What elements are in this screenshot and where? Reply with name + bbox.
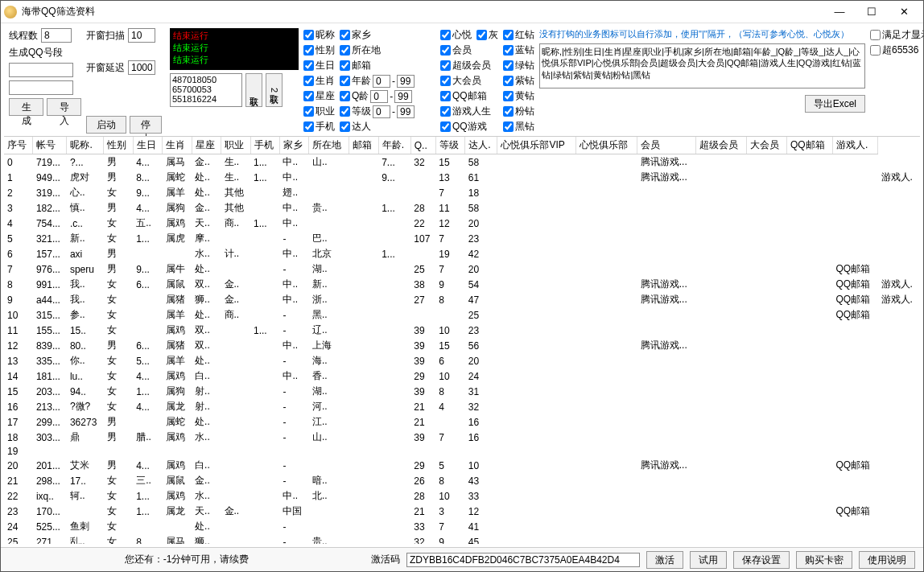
col-header[interactable]: 职业 — [221, 137, 250, 154]
col-header[interactable]: 大会员 — [747, 137, 787, 154]
activation-code-input[interactable] — [406, 553, 640, 567]
check-游戏人生[interactable]: 游戏人生 — [440, 105, 498, 118]
trial-button[interactable]: 试用 — [690, 551, 727, 569]
col-header[interactable]: 心悦俱乐部VIP — [497, 137, 576, 154]
check-性别[interactable]: 性别 — [303, 43, 335, 57]
check-红钻[interactable]: 红钻 — [503, 28, 534, 42]
generate-button[interactable]: 生成 — [9, 98, 43, 116]
check-心悦[interactable]: 心悦 — [440, 28, 472, 42]
save-settings-button[interactable]: 保存设置 — [733, 551, 790, 569]
check-大会员[interactable]: 大会员 — [440, 74, 498, 88]
biz-fields-box[interactable]: 昵称,|性别|生日|生肖|星座|职业|手机|家乡|所在地|邮箱|年龄_|Q龄_|… — [539, 43, 865, 88]
table-row[interactable]: 17299...36273男属蛇处..-江..2116 — [4, 414, 920, 430]
table-row[interactable]: 19 — [4, 445, 920, 458]
col-header[interactable]: 生日 — [133, 137, 162, 154]
table-row[interactable]: 9a44...我..女属猪狮..金..中..浙..27847腾讯游戏...QQ邮… — [4, 292, 920, 307]
col-header[interactable]: Q.. — [410, 137, 435, 154]
table-row[interactable]: 10315...参..女属羊处..商..-黑..25QQ邮箱 — [4, 307, 920, 323]
table-row[interactable]: 23170...女1...属龙天..金..中国21312QQ邮箱 — [4, 504, 920, 519]
table-row[interactable]: 5321...新..女1...属虎摩..-巴..107723 — [4, 231, 920, 246]
table-row[interactable]: 3182...慎..男4...属狗金..其他中..贵..1...281158 — [4, 200, 920, 216]
data-table-wrap[interactable]: 序号帐号昵称.性别生日生肖星座职业手机家乡所在地邮箱年龄.Q..等级达人.心悦俱… — [4, 136, 920, 544]
import-button[interactable]: 导入 — [47, 98, 81, 116]
minimize-button[interactable]: — — [823, 2, 856, 22]
col-header[interactable]: 超级会员 — [696, 137, 747, 154]
check-家乡[interactable]: 家乡 — [340, 28, 415, 42]
col-header[interactable]: 所在地 — [309, 137, 349, 154]
col-header[interactable]: 手机 — [250, 137, 279, 154]
threads-input[interactable] — [41, 28, 72, 43]
check-QQ邮箱[interactable]: QQ邮箱 — [440, 89, 498, 103]
fetch-button[interactable]: 获取 — [245, 73, 262, 107]
open-scan-input[interactable] — [128, 28, 155, 43]
table-row[interactable]: 1949...虎对男8...属蛇处..生..1...中..9...1361腾讯游… — [4, 170, 920, 185]
maximize-button[interactable]: ☐ — [856, 2, 888, 22]
table-row[interactable]: 18303...鼎男腊..属鸡水..-山..39716 — [4, 430, 920, 445]
check-生肖[interactable]: 生肖 — [303, 74, 335, 88]
col-header[interactable]: 性别 — [104, 137, 133, 154]
check-会员[interactable]: 会员 — [440, 43, 498, 57]
table-row[interactable]: 4754....c..女五..属鸡天..商..1...中..221220 — [4, 216, 920, 231]
check-绿钻[interactable]: 绿钻 — [503, 59, 534, 72]
table-row[interactable]: 13335...你..女5...属羊处..-海..39620 — [4, 353, 920, 368]
table-row[interactable]: 6157...axi男水..计..中..北京1...1942 — [4, 246, 920, 261]
check-职业[interactable]: 职业 — [303, 105, 335, 118]
col-header[interactable]: QQ邮箱 — [786, 137, 832, 154]
table-row[interactable]: 8991...我..女6...属鼠双..金..中..新..38954腾讯游戏..… — [4, 277, 920, 292]
segment-to-input[interactable] — [9, 80, 73, 95]
table-row[interactable]: 20201...艾米男4...属鸡白..-29510腾讯游戏...QQ邮箱 — [4, 458, 920, 473]
col-header[interactable]: 星座 — [192, 137, 221, 154]
table-row[interactable]: 0719...?...男4...属马金..生..1...中..山..7...32… — [4, 154, 920, 171]
col-header[interactable]: 序号 — [4, 137, 33, 154]
table-row[interactable]: 7976...speru男9...属牛处..-湖..25720QQ邮箱 — [4, 261, 920, 277]
check-Q龄[interactable]: Q龄- — [340, 89, 415, 103]
check-达人[interactable]: 达人 — [340, 120, 415, 134]
help-button[interactable]: 使用说明 — [859, 551, 915, 569]
over65536-check[interactable]: 超65536 — [870, 43, 915, 57]
check-等级[interactable]: 等级- — [340, 105, 415, 118]
col-header[interactable]: 游戏人. — [833, 137, 878, 154]
activate-button[interactable]: 激活 — [646, 551, 683, 569]
start-button[interactable]: 启动 — [86, 116, 126, 134]
col-header[interactable]: 邮箱 — [349, 137, 378, 154]
check-邮箱[interactable]: 邮箱 — [340, 59, 415, 72]
check-黑钻[interactable]: 黑钻 — [503, 120, 534, 134]
segment-from-input[interactable] — [9, 63, 73, 77]
table-row[interactable]: 24525...鱼刺女处..-33741 — [4, 519, 920, 534]
check-灰[interactable]: 灰 — [476, 28, 498, 42]
check-QQ游戏[interactable]: QQ游戏 — [440, 120, 498, 134]
qq-list-box[interactable]: 48701805065700053551816224 — [170, 73, 242, 107]
check-星座[interactable]: 星座 — [303, 89, 335, 103]
col-header[interactable]: 家乡 — [279, 137, 308, 154]
check-年龄[interactable]: 年龄- — [340, 74, 415, 88]
col-header[interactable]: 昵称. — [67, 137, 104, 154]
open-delay-input[interactable] — [128, 60, 155, 75]
close-button[interactable]: ✕ — [888, 2, 920, 22]
table-row[interactable]: 2319...心..女9...属羊处..其他翅..718 — [4, 185, 920, 200]
col-header[interactable]: 达人. — [465, 137, 497, 154]
col-header[interactable]: 年龄. — [378, 137, 410, 154]
check-所在地[interactable]: 所在地 — [340, 43, 415, 57]
table-row[interactable]: 21298...17..女三..属鼠金..-暗..26843 — [4, 473, 920, 488]
buy-card-button[interactable]: 购买卡密 — [796, 551, 852, 569]
satisfy-show-check[interactable]: 满足才显示 — [870, 28, 915, 42]
table-row[interactable]: 12839...80..男6...属猪双..中..上海391556腾讯游戏... — [4, 338, 920, 353]
check-手机[interactable]: 手机 — [303, 120, 335, 134]
col-header[interactable]: 会员 — [637, 137, 696, 154]
check-黄钻[interactable]: 黄钻 — [503, 89, 534, 103]
table-row[interactable]: 16213...?微?女4...属龙射..-河..21432 — [4, 399, 920, 414]
table-row[interactable]: 22ixq..轲..女1...属鸡水..中..北..281033 — [4, 488, 920, 504]
check-生日[interactable]: 生日 — [303, 59, 335, 72]
table-row[interactable]: 14181...lu..女4...属鸡白..中..香..291024 — [4, 368, 920, 384]
check-粉钻[interactable]: 粉钻 — [503, 105, 534, 118]
table-row[interactable]: 25271...乱..女8...属马狮..-贵..32945 — [4, 534, 920, 544]
stop-button[interactable]: 停止 — [130, 116, 162, 134]
col-header[interactable]: 生肖 — [163, 137, 192, 154]
col-header[interactable]: 等级 — [435, 137, 464, 154]
table-row[interactable]: 15203...94..女1...属狗射..-湖..39831 — [4, 384, 920, 399]
check-紫钻[interactable]: 紫钻 — [503, 74, 534, 88]
table-row[interactable]: 11155...15..女属鸡双..1...-辽..391023 — [4, 323, 920, 338]
check-超级会员[interactable]: 超级会员 — [440, 59, 498, 72]
check-蓝钻[interactable]: 蓝钻 — [503, 43, 534, 57]
col-header[interactable]: 心悦俱乐部 — [576, 137, 637, 154]
